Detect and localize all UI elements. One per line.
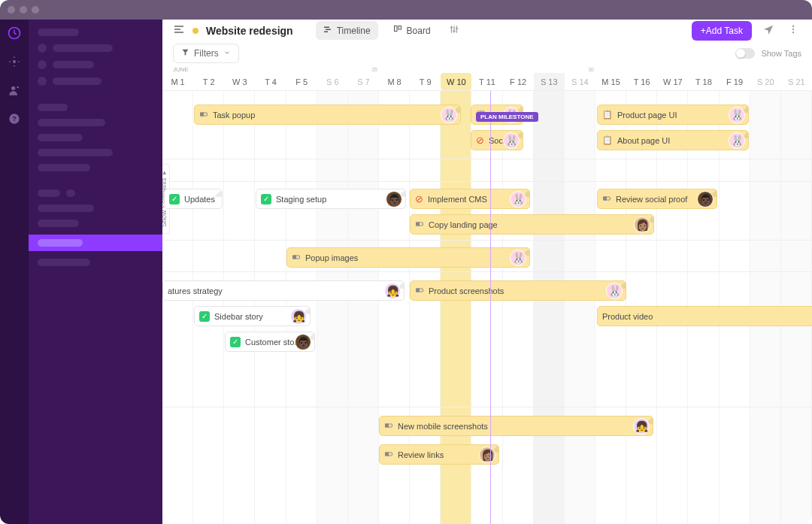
task-popup-images[interactable]: Popup images🐰 <box>286 247 530 268</box>
avatar[interactable]: 🐰 <box>441 107 457 123</box>
sidebar-item[interactable] <box>38 189 153 197</box>
task-product-page-ui[interactable]: 📋Product page UI🐰 <box>597 104 749 125</box>
svg-rect-15 <box>201 113 204 116</box>
project-title: Website redesign <box>206 25 293 37</box>
svg-rect-6 <box>324 27 329 29</box>
task-review-social-proof[interactable]: Review social proof👨🏿 <box>597 189 717 209</box>
avatar[interactable]: 🐰 <box>510 250 526 266</box>
svg-point-2 <box>11 86 15 90</box>
sidebar-item[interactable] <box>38 149 153 156</box>
tab-timeline[interactable]: Timeline <box>316 21 378 40</box>
task-task-popup[interactable]: Task popup🐰 <box>194 104 461 125</box>
progress-icon <box>292 253 301 263</box>
help-icon[interactable]: ? <box>7 111 22 126</box>
day-cell[interactable]: T 2 <box>193 73 224 90</box>
avatar[interactable]: 🐰 <box>503 132 520 149</box>
milestone-badge[interactable]: PLAN MILESTONE <box>476 112 538 122</box>
day-cell[interactable]: S 13 <box>534 73 565 90</box>
day-cell[interactable]: W 17 <box>657 73 688 90</box>
task-product-video[interactable]: Product video <box>597 306 812 326</box>
day-cell[interactable]: M 15 <box>595 73 626 90</box>
logo-icon[interactable] <box>7 26 22 41</box>
task-review-links[interactable]: Review links👩🏽 <box>379 444 499 465</box>
sidebar-item[interactable] <box>38 204 153 212</box>
day-cell[interactable]: F 12 <box>503 73 534 90</box>
day-cell[interactable]: M 1 <box>162 73 193 90</box>
window-max-dot[interactable] <box>32 6 39 14</box>
add-task-button[interactable]: +Add Task <box>692 21 752 41</box>
avatar[interactable]: 🐰 <box>729 132 745 149</box>
sidebar-item-active[interactable] <box>29 235 162 251</box>
task-implement-cms[interactable]: ⊘Implement CMS🐰 <box>410 189 530 209</box>
day-cell[interactable]: T 11 <box>471 73 502 90</box>
day-cell[interactable]: F 19 <box>720 73 750 90</box>
toggle-switch[interactable] <box>735 48 755 59</box>
sidebar-item[interactable] <box>38 44 153 53</box>
day-cell[interactable]: W 3 <box>224 73 255 90</box>
avatar[interactable]: 👩🏽 <box>634 217 650 233</box>
task-about-page-ui[interactable]: 📋About page UI🐰 <box>597 130 749 150</box>
task-customer-stories[interactable]: ✓Customer storie👨🏿 <box>225 332 315 352</box>
task-copy-landing-page[interactable]: Copy landing page👩🏽 <box>410 214 654 235</box>
svg-rect-10 <box>398 26 401 30</box>
task-new-mobile-screenshots[interactable]: New mobile screenshots👧 <box>379 416 653 436</box>
avatar[interactable]: 👨🏿 <box>295 334 311 350</box>
svg-point-1 <box>13 60 16 63</box>
month-label: JUNE <box>162 66 812 73</box>
day-cell[interactable]: S 1436 <box>565 73 595 90</box>
avatar[interactable]: 👧 <box>290 308 307 325</box>
avatar[interactable]: 🐰 <box>606 283 623 299</box>
avatar[interactable]: 🐰 <box>510 191 526 207</box>
day-cell[interactable]: S 6 <box>317 73 348 90</box>
task-label: Product video <box>602 312 653 321</box>
svg-point-3 <box>17 86 19 89</box>
avatar[interactable]: 👨🏿 <box>386 191 402 207</box>
sidebar-item[interactable] <box>38 77 153 86</box>
timeline-area[interactable]: PLAN MILESTONE Show Segments ▸ Task popu… <box>162 91 812 524</box>
svg-rect-27 <box>386 453 389 456</box>
avatar[interactable]: 🐰 <box>729 107 745 123</box>
avatar[interactable]: 👧 <box>633 418 650 435</box>
block-icon: ⊘ <box>415 193 423 204</box>
day-cell[interactable]: M 8 <box>379 73 410 90</box>
avatar[interactable]: 👧 <box>384 283 401 299</box>
sidebar-item[interactable] <box>38 119 153 126</box>
task-features-strategy[interactable]: atures strategy👧 <box>162 280 404 301</box>
sidebar-item[interactable] <box>38 164 153 171</box>
day-cell[interactable]: T 4 <box>255 73 286 90</box>
menu-icon[interactable] <box>173 23 185 38</box>
tab-board[interactable]: Board <box>386 21 438 40</box>
filters-button[interactable]: Filters <box>173 44 239 63</box>
day-cell[interactable]: F 5 <box>286 73 317 90</box>
day-cell[interactable]: T 9 <box>410 73 441 90</box>
day-cell[interactable]: T 16 <box>626 73 657 90</box>
task-social[interactable]: ⊘Social🐰 <box>471 130 523 150</box>
adjust-icon[interactable] <box>446 21 462 41</box>
settings-icon[interactable] <box>7 54 22 69</box>
task-staging-setup[interactable]: ✓Staging setup👨🏿 <box>256 189 406 209</box>
check-icon: ✓ <box>199 311 210 322</box>
sidebar-item[interactable] <box>38 220 153 227</box>
day-cell[interactable]: S 20 <box>750 73 781 90</box>
day-cell[interactable]: W 10 <box>441 73 471 90</box>
show-tags-toggle[interactable]: Show Tags <box>735 48 801 59</box>
share-icon[interactable] <box>759 20 777 41</box>
task-sidebar-story[interactable]: ✓Sidebar story👧 <box>194 306 311 326</box>
task-product-screenshots[interactable]: Product screenshots🐰 <box>410 280 626 301</box>
avatar[interactable]: 👨🏿 <box>697 191 714 207</box>
sidebar-item[interactable] <box>38 60 153 69</box>
day-cell[interactable]: S 21 <box>781 73 812 90</box>
day-cell[interactable]: T 18 <box>688 73 719 90</box>
task-updates[interactable]: ✓Updates <box>164 189 223 209</box>
tab-board-label: Board <box>407 26 431 36</box>
team-icon[interactable] <box>7 83 22 98</box>
subheader: Filters Show Tags <box>162 42 812 65</box>
window-min-dot[interactable] <box>20 6 27 14</box>
sidebar-item[interactable] <box>38 134 153 141</box>
sidebar-item[interactable] <box>38 259 153 266</box>
day-cell[interactable]: S 735 <box>348 73 379 90</box>
more-icon[interactable] <box>785 21 801 41</box>
task-label: Copy landing page <box>429 220 498 229</box>
window-close-dot[interactable] <box>8 6 15 14</box>
avatar[interactable]: 👩🏽 <box>479 447 495 463</box>
